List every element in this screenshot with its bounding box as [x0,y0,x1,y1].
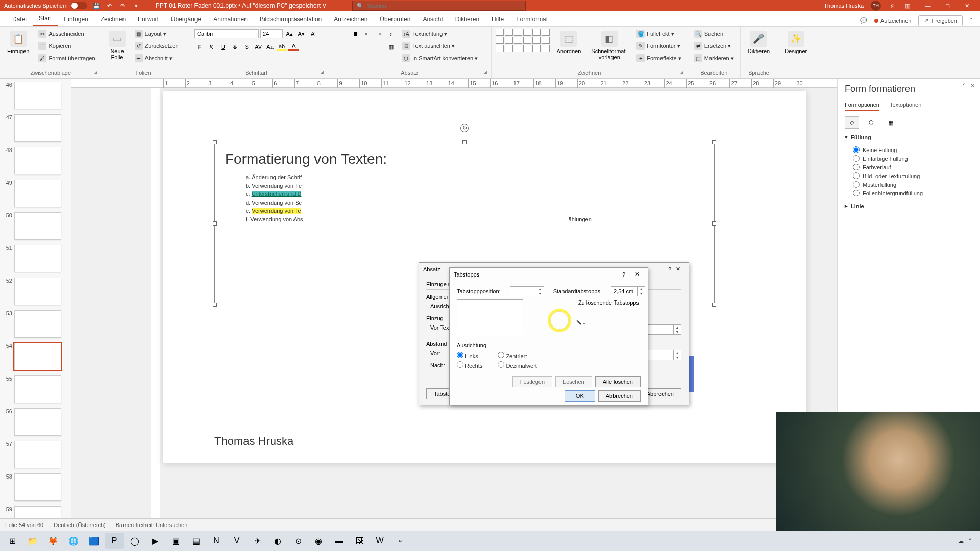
paste-button[interactable]: 📋Einfügen [4,29,32,56]
handle-bl[interactable] [213,303,217,307]
text-content[interactable]: Formatierung von Texten: a. Änderung der… [215,142,714,230]
fill-solid[interactable]: Einfarbige Füllung [853,154,973,163]
tab-zeichnen[interactable]: Zeichnen [94,13,132,26]
dialog-absatz-close[interactable]: ✕ [671,264,684,275]
line-section-header[interactable]: ▸Linie [845,203,973,209]
rotate-handle[interactable] [460,124,469,132]
slide-counter[interactable]: Folie 54 von 60 [5,522,43,528]
thumb-53[interactable] [14,310,61,338]
tray-chevron-icon[interactable]: ˄ [969,538,972,544]
thumb-55[interactable] [14,375,61,403]
taskbar-explorer[interactable]: 📁 [23,533,42,549]
thumb-54[interactable] [14,343,61,370]
comments-icon[interactable]: 💬 [860,17,867,24]
tab-start[interactable]: Start [33,12,58,26]
replace-button[interactable]: ⇄Ersetzen ▾ [692,41,736,51]
filename[interactable]: PPT 01 Roter Faden 001.pptx • Auf "diese… [156,2,327,9]
ruler-horizontal[interactable]: 1234567891011121314151617181920212223242… [71,79,837,88]
handle-br[interactable] [712,303,716,307]
toggle-switch[interactable] [71,2,87,9]
smartart-button[interactable]: ⬡In SmartArt konvertieren ▾ [400,53,480,63]
taskbar-app12[interactable]: ▫ [391,533,409,549]
section-button[interactable]: ☰Abschnitt ▾ [133,53,181,63]
format-painter-button[interactable]: 🖌Format übertragen [36,53,97,63]
thumb-51[interactable] [14,245,61,272]
tab-praesentation[interactable]: Bildschirmpräsentation [254,13,328,26]
copy-button[interactable]: ⿻Kopieren [36,41,97,51]
taskbar-app9[interactable]: ◉ [309,533,328,549]
effects-pane-icon[interactable]: ⬠ [864,116,878,129]
shadow-button[interactable]: S [241,42,252,52]
autosave-toggle[interactable]: Automatisches Speichern [4,2,87,9]
avatar[interactable]: TH [871,1,881,11]
pane-close-icon[interactable]: ✕ [970,83,975,89]
fill-slidebg[interactable]: Folienhintergrundfüllung [853,189,973,197]
pane-options-icon[interactable]: ˅ [962,83,965,89]
tab-list[interactable] [457,299,523,335]
thumb-49[interactable] [14,180,61,207]
fill-section-header[interactable]: ▾Füllung [845,134,973,140]
grow-font-button[interactable]: A▴ [284,29,295,39]
tab-aufzeichnen[interactable]: Aufzeichnen [328,13,374,26]
user-name[interactable]: Thomas Hruska [824,3,864,9]
qat-more-icon[interactable]: ▾ [132,2,140,10]
dictate-button[interactable]: 🎤Diktieren [745,29,773,56]
indent-inc-button[interactable]: ⇥ [374,29,384,39]
align-right-button[interactable]: ≡ [362,42,373,52]
maximize-button[interactable]: ◻ [938,0,957,11]
minimize-button[interactable]: — [919,0,937,11]
ribbon-options-icon[interactable]: ▥ [903,2,912,10]
taskbar-edge[interactable]: 🟦 [85,533,103,549]
handle-tr[interactable] [712,140,716,144]
taskbar-app3[interactable]: ▣ [166,533,185,549]
reset-button[interactable]: ↺Zurücksetzen [133,41,181,51]
text-align-button[interactable]: ⊟Text ausrichten ▾ [400,41,480,51]
dialog-help-icon[interactable]: ? [622,271,625,278]
select-button[interactable]: ⬚Markieren ▾ [692,53,736,63]
taskbar-powerpoint[interactable]: P [105,533,124,549]
clear-format-button[interactable]: A̷ [308,29,318,39]
thumb-47[interactable] [14,114,61,142]
shape-effects-button[interactable]: ✦Formeffekte ▾ [634,53,683,63]
taskbar-app10[interactable]: ▬ [330,533,348,549]
taskbar-app5[interactable]: V [228,533,246,549]
tab-hilfe[interactable]: Hilfe [485,13,510,26]
shape-outline-button[interactable]: ✎Formkontur ▾ [634,41,683,51]
thumb-46[interactable] [14,82,61,109]
system-tray[interactable]: ☁ ˄ [958,538,977,544]
font-color-button[interactable]: A [288,42,299,52]
dialog-tabs-close[interactable]: ✕ [630,269,644,280]
quickstyles-button[interactable]: ◧Schnellformat- vorlagen [588,29,630,62]
tab-einfuegen[interactable]: Einfügen [58,13,94,26]
tab-entwurf[interactable]: Entwurf [132,13,165,26]
new-slide-button[interactable]: ▭Neue Folie [106,29,129,62]
layout-button[interactable]: ▦Layout ▾ [133,29,181,39]
radio-decimal[interactable]: Dezimalwert [498,361,537,369]
taskbar-app2[interactable]: ▶ [146,533,164,549]
text-direction-button[interactable]: ↕ATextrichtung ▾ [400,29,480,39]
ruler-vertical[interactable] [151,88,160,518]
italic-button[interactable]: K [206,42,216,52]
thumb-52[interactable] [14,278,61,305]
handle-tl[interactable] [213,140,217,144]
align-left-button[interactable]: ≡ [339,42,349,52]
thumb-48[interactable] [14,147,61,174]
cancel-button[interactable]: Abbrechen [598,390,641,402]
handle-mt[interactable] [462,140,467,144]
default-tab-input[interactable]: ▲▼ [611,286,645,296]
clear-button[interactable]: Löschen [555,376,592,387]
set-button[interactable]: Festlegen [512,376,552,387]
strike-button[interactable]: S̶ [230,42,240,52]
spacing-button[interactable]: AV [253,42,263,52]
justify-button[interactable]: ≡ [374,42,384,52]
taskbar-chrome[interactable]: 🌐 [64,533,83,549]
tab-uebergaenge[interactable]: Übergänge [165,13,207,26]
thumb-56[interactable] [14,408,61,436]
taskbar-app4[interactable]: ▤ [187,533,205,549]
font-size[interactable] [260,29,283,38]
para-launcher[interactable]: ◢ [483,70,487,75]
tray-weather-icon[interactable]: ☁ [958,538,964,544]
thumb-59[interactable] [14,506,61,518]
taskbar-onenote[interactable]: N [207,533,226,549]
clipboard-launcher[interactable]: ◢ [94,70,97,75]
